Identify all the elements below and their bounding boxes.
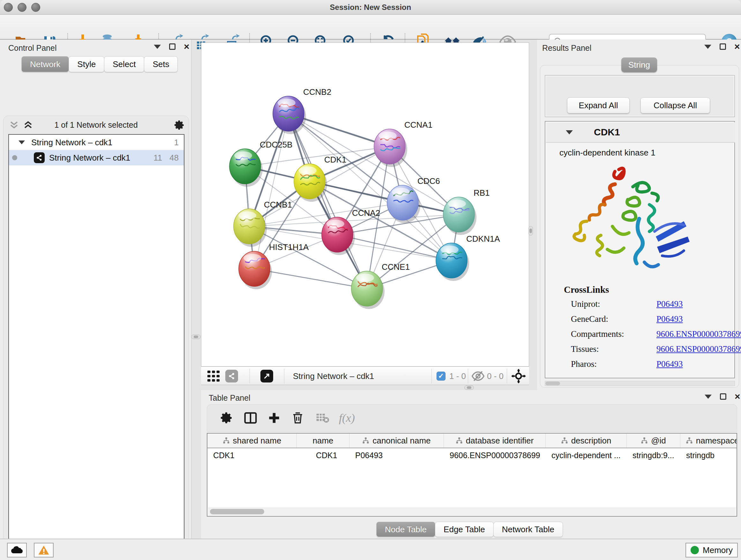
network-node-label: RB1 xyxy=(474,188,490,198)
network-node-CCNA2[interactable]: CCNA2 xyxy=(322,208,380,255)
pan-crosshair-icon[interactable] xyxy=(511,367,526,385)
column-header-description[interactable]: description xyxy=(546,434,627,448)
control-panel: Control Panel × Network Style Select Set… xyxy=(0,40,192,539)
column-header-name[interactable]: name xyxy=(297,434,349,448)
close-panel-icon[interactable]: × xyxy=(184,44,190,50)
crosslink-row: Uniprot:P06493 xyxy=(571,299,600,309)
fx-function-icon[interactable]: f(x) xyxy=(338,409,355,427)
gene-section-header[interactable]: CDK1 xyxy=(546,122,735,143)
network-node-label: CDC25B xyxy=(260,140,293,149)
tab-select[interactable]: Select xyxy=(104,56,144,72)
tab-sets[interactable]: Sets xyxy=(144,56,178,72)
network-node-CDKN1A[interactable]: CDKN1A xyxy=(436,234,500,281)
column-type-icon xyxy=(456,437,463,444)
cell-namespace: stringdb xyxy=(680,451,737,460)
float-panel-icon[interactable] xyxy=(169,44,176,50)
gene-results-box: CDK1 cyclin-dependent kinase 1 xyxy=(545,121,735,378)
left-splitter-handle[interactable] xyxy=(191,334,201,339)
table-row[interactable]: CDK1 CDK1 P06493 9606.ENSP00000378699 cy… xyxy=(207,448,737,462)
crosslink-link[interactable]: 9606.ENSP00000378699 xyxy=(657,329,741,339)
memory-status-dot xyxy=(690,546,699,554)
delete-table-icon[interactable] xyxy=(314,409,331,427)
grid-view-icon[interactable] xyxy=(207,367,220,385)
network-row[interactable]: String Network – cdk1 11 48 xyxy=(9,150,184,165)
column-header-id[interactable]: @id xyxy=(627,434,680,448)
network-panel-body: 1 of 1 Network selected String Network –… xyxy=(3,116,189,560)
crosslink-link[interactable]: 9606.ENSP00000378699 xyxy=(657,344,741,354)
float-panel-icon[interactable] xyxy=(720,44,726,50)
birds-eye-view-icon[interactable] xyxy=(260,367,273,385)
show-columns-icon[interactable] xyxy=(242,409,259,427)
network-status-dot xyxy=(12,155,17,160)
network-share-view-icon[interactable] xyxy=(225,367,238,385)
table-toolbar: f(x) xyxy=(207,404,737,432)
crosslink-link[interactable]: P06493 xyxy=(657,299,683,309)
column-header-canonical-name[interactable]: canonical name xyxy=(349,434,444,448)
column-type-icon xyxy=(641,437,648,444)
crosslink-link[interactable]: P06493 xyxy=(657,314,683,324)
network-node-CDK1[interactable]: CDK1 xyxy=(294,155,346,202)
results-panel-title: Results Panel xyxy=(542,44,591,53)
network-node-CCNE1[interactable]: CCNE1 xyxy=(351,262,410,309)
network-node-count: 11 xyxy=(153,153,162,163)
close-panel-icon[interactable]: × xyxy=(734,44,740,50)
hidden-eye-icon[interactable] xyxy=(471,367,485,385)
network-edge-count: 48 xyxy=(170,153,179,163)
expand-all-button[interactable]: Expand All xyxy=(567,98,630,113)
horizontal-splitter-handle[interactable] xyxy=(464,385,474,390)
close-panel-icon[interactable]: × xyxy=(735,393,740,400)
column-header-shared-name[interactable]: shared name xyxy=(207,434,297,448)
gear-icon[interactable] xyxy=(174,120,185,131)
delete-column-icon[interactable] xyxy=(289,409,307,427)
network-node-RB1[interactable]: RB1 xyxy=(443,188,490,235)
table-gear-icon[interactable] xyxy=(218,409,235,427)
column-header-namespace[interactable]: namespace xyxy=(680,434,737,448)
tab-network[interactable]: Network xyxy=(21,56,69,72)
gene-name: CDK1 xyxy=(594,127,620,138)
string-network-icon xyxy=(34,152,45,163)
table-tabs: Node Table Edge Table Network Table xyxy=(377,522,563,537)
panel-menu-icon[interactable] xyxy=(704,395,712,399)
results-scrollbar[interactable] xyxy=(545,381,735,386)
network-node-label: CCNE1 xyxy=(382,262,410,272)
float-panel-icon[interactable] xyxy=(720,393,726,400)
cloud-icon xyxy=(10,546,23,555)
collapse-all-button[interactable]: Collapse All xyxy=(641,98,710,113)
scrollbar-thumb[interactable] xyxy=(210,509,264,514)
network-node-CCNA1[interactable]: CCNA1 xyxy=(374,120,432,167)
network-canvas[interactable]: CCNB2CCNA1CDC25BCDK1CDC6RB1CCNB1CCNA2CDK… xyxy=(201,43,529,367)
tab-style[interactable]: Style xyxy=(69,56,105,72)
panel-menu-icon[interactable] xyxy=(154,45,161,49)
warning-status-button[interactable] xyxy=(34,543,54,557)
strip-separator xyxy=(468,369,468,383)
expand-collapse-box: Expand All Collapse All xyxy=(545,75,735,117)
tab-edge-table[interactable]: Edge Table xyxy=(435,522,494,537)
crosslink-link[interactable]: P06493 xyxy=(657,359,683,369)
cloud-status-button[interactable] xyxy=(7,543,27,557)
crosslink-label: Compartments: xyxy=(571,329,624,339)
strip-separator xyxy=(431,369,432,383)
strip-separator xyxy=(284,369,284,383)
network-node-HIST1H1A[interactable]: HIST1H1A xyxy=(239,242,309,289)
collection-expand-icon[interactable] xyxy=(18,140,25,144)
table-panel-header-buttons: × xyxy=(704,393,740,400)
network-edge[interactable] xyxy=(288,114,367,289)
memory-button[interactable]: Memory xyxy=(685,543,738,557)
network-node-CDC25B[interactable]: CDC25B xyxy=(229,140,293,187)
network-tree: String Network – cdk1 1 String Network –… xyxy=(8,134,185,560)
gene-collapse-icon[interactable] xyxy=(566,130,573,134)
panel-menu-icon[interactable] xyxy=(704,45,711,49)
table-horizontal-scrollbar[interactable] xyxy=(208,508,736,515)
network-collection-row[interactable]: String Network – cdk1 1 xyxy=(9,135,184,150)
tab-node-table[interactable]: Node Table xyxy=(376,522,435,537)
selected-nodes-checkbox[interactable]: ✓ xyxy=(436,367,446,385)
tab-string[interactable]: String xyxy=(621,57,657,72)
column-header-database-identifier[interactable]: database identifier xyxy=(444,434,546,448)
tab-network-table[interactable]: Network Table xyxy=(493,522,563,537)
collection-count: 1 xyxy=(174,138,179,147)
network-node-CCNB2[interactable]: CCNB2 xyxy=(273,87,331,134)
table-panel-title: Table Panel xyxy=(209,393,251,402)
right-splitter-handle[interactable] xyxy=(529,226,533,236)
results-panel-header-buttons: × xyxy=(704,44,740,50)
add-column-icon[interactable] xyxy=(266,409,283,427)
